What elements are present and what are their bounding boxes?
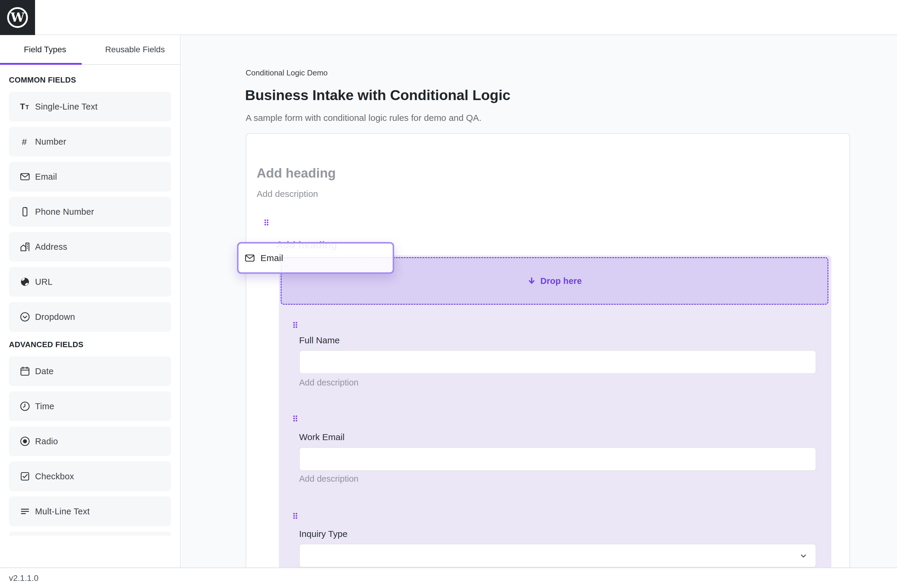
field-type-date[interactable]: Date — [9, 356, 171, 386]
field-type-label: Date — [35, 366, 54, 376]
field-type-label: Number — [35, 137, 66, 147]
top-bar: W — [0, 0, 897, 35]
field-type-list: COMMON FIELDS T T Single-Line Text # Num… — [0, 65, 180, 536]
mult-line-text-icon — [20, 506, 30, 517]
field-type-label: Single-Line Text — [35, 102, 98, 112]
field-type-label: Address — [35, 242, 67, 252]
page-subtitle: A sample form with conditional logic rul… — [246, 113, 481, 123]
radio-icon — [20, 436, 30, 447]
field-drag-handle-icon[interactable] — [293, 415, 298, 422]
field-label-work-email[interactable]: Work Email — [299, 432, 344, 442]
form-card: Add heading Add description Add heading … — [246, 133, 850, 568]
chevron-down-icon — [799, 551, 808, 560]
drop-zone-label: Drop here — [540, 276, 582, 286]
field-type-label: Email — [35, 172, 57, 182]
svg-text:T: T — [20, 102, 25, 111]
field-type-mult-line-text[interactable]: Mult-Line Text — [9, 496, 171, 526]
field-type-label: Mult-Line Text — [35, 507, 90, 516]
version-label: v2.1.1.0 — [9, 573, 38, 583]
field-type-email[interactable]: Email — [9, 162, 171, 191]
wordpress-logo-icon: W — [5, 5, 31, 31]
section-drag-handle-icon[interactable] — [264, 219, 269, 226]
field-type-label: Checkbox — [35, 472, 74, 481]
svg-text:W: W — [10, 10, 24, 24]
field-type-dropdown[interactable]: Dropdown — [9, 302, 171, 332]
time-icon — [20, 401, 30, 412]
common-fields-heading: COMMON FIELDS — [9, 75, 171, 85]
form-builder-canvas: Conditional Logic Demo Business Intake w… — [181, 35, 897, 568]
svg-text:T: T — [26, 104, 29, 110]
field-type-number[interactable]: # Number — [9, 127, 171, 156]
tab-reusable-fields[interactable]: Reusable Fields — [90, 35, 180, 64]
address-icon — [20, 242, 30, 252]
field-type-single-line-text[interactable]: T T Single-Line Text — [9, 92, 171, 121]
field-type-time[interactable]: Time — [9, 391, 171, 421]
wordpress-logo[interactable]: W — [0, 0, 35, 35]
sidebar-tabs: Field Types Reusable Fields — [0, 35, 180, 65]
work-email-input[interactable] — [299, 447, 816, 471]
single-line-text-icon: T T — [20, 101, 30, 112]
date-icon — [20, 366, 30, 377]
field-type-checkbox[interactable]: Checkbox — [9, 461, 171, 491]
field-type-label: Dropdown — [35, 312, 75, 322]
number-icon: # — [20, 136, 30, 147]
field-type-label: Radio — [35, 436, 58, 446]
field-description-placeholder[interactable]: Add description — [299, 474, 358, 484]
field-type-radio[interactable]: Radio — [9, 426, 171, 456]
status-bar: v2.1.1.0 — [0, 568, 897, 588]
field-type-partial-item[interactable] — [9, 531, 171, 536]
inquiry-type-select[interactable] — [299, 544, 816, 568]
field-drag-handle-icon[interactable] — [293, 513, 298, 519]
highlighted-section: Drop here Full Name Add description — [279, 256, 831, 568]
drag-ghost-label: Email — [260, 253, 283, 263]
dropdown-icon — [20, 311, 30, 322]
field-palette-sidebar: Field Types Reusable Fields COMMON FIELD… — [0, 35, 181, 568]
field-type-phone-number[interactable]: Phone Number — [9, 197, 171, 227]
field-type-address[interactable]: Address — [9, 232, 171, 262]
field-type-label: Phone Number — [35, 207, 94, 217]
drag-ghost-email[interactable]: Email — [237, 242, 394, 274]
field-label-inquiry-type[interactable]: Inquiry Type — [299, 529, 347, 539]
url-icon — [20, 277, 30, 287]
field-type-label: URL — [35, 277, 52, 287]
form-heading-placeholder[interactable]: Add heading — [257, 166, 336, 181]
page-title: Business Intake with Conditional Logic — [245, 87, 510, 104]
email-icon — [20, 172, 30, 182]
full-name-input[interactable] — [299, 350, 816, 374]
arrow-down-icon — [527, 277, 536, 285]
svg-text:#: # — [22, 137, 27, 147]
advanced-fields-heading: ADVANCED FIELDS — [9, 340, 171, 349]
form-description-placeholder[interactable]: Add description — [257, 189, 318, 199]
field-description-placeholder[interactable]: Add description — [299, 378, 358, 387]
field-label-full-name[interactable]: Full Name — [299, 335, 340, 345]
breadcrumb[interactable]: Conditional Logic Demo — [246, 68, 328, 78]
field-type-url[interactable]: URL — [9, 267, 171, 297]
email-icon — [245, 253, 255, 263]
field-type-label: Time — [35, 401, 54, 411]
tab-field-types[interactable]: Field Types — [0, 35, 90, 64]
phone-number-icon — [20, 207, 30, 217]
field-drag-handle-icon[interactable] — [293, 322, 298, 328]
checkbox-icon — [20, 471, 30, 482]
